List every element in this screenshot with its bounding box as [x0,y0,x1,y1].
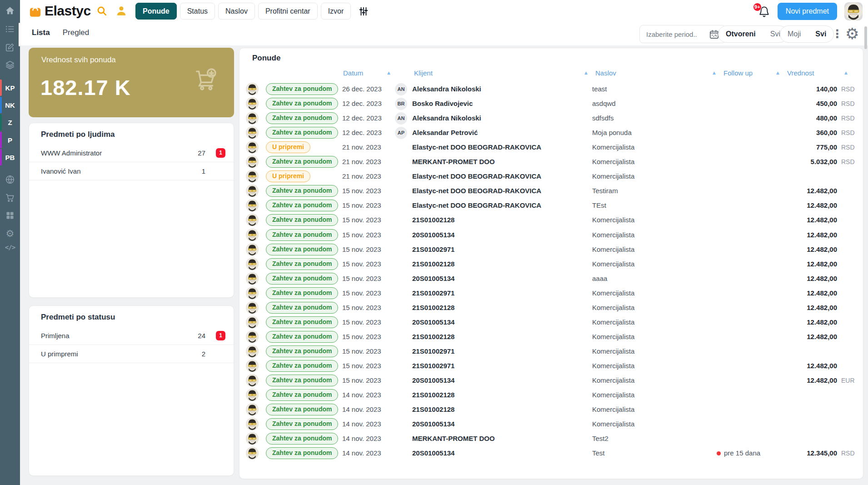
table-row[interactable]: Zahtev za ponudom15 nov. 202321S01002971… [239,359,863,373]
table-row[interactable]: Zahtev za ponudom14 nov. 202320S01005134… [239,417,863,431]
table-row[interactable]: Zahtev za ponudom15 nov. 2023Elastyc-net… [239,184,863,198]
nav-button-naslov[interactable]: Naslov [218,3,255,20]
shortcut-color-bar [0,80,2,96]
shortcut-label: NK [5,101,15,109]
cell-client: 21S01002128 [412,402,454,417]
panel-row-name: U primpremi [41,350,78,358]
cell-client: Aleksandra Nikoloski [412,82,481,96]
column-header-vrednost[interactable]: Vrednost [787,69,814,77]
nav-button-profitni-centar[interactable]: Profitni centar [258,3,318,20]
sidebar-shortcut-kp[interactable]: KP [0,80,20,96]
table-row[interactable]: Zahtev za ponudom15 nov. 202320S01005134… [239,228,863,242]
segment-option-svi[interactable]: Svi [808,26,833,42]
tab-lista[interactable]: Lista [32,28,50,37]
table-row[interactable]: Zahtev za ponudom15 nov. 202321S01002128… [239,213,863,227]
sidebar-shortcut-pb[interactable]: PB [0,149,20,165]
sidebar-item-gears-icon[interactable]: ⚙ [0,226,20,241]
table-row[interactable]: Zahtev za ponudom15 nov. 202320S01005134… [239,271,863,286]
period-picker-input[interactable] [639,25,726,43]
cell-client: 21S01002971 [412,344,454,359]
nav-button-ponude[interactable]: Ponude [135,3,177,20]
segment-open-all: OtvoreniSvi [718,25,788,43]
user-avatar[interactable] [844,2,863,20]
table-row[interactable]: Zahtev za ponudom14 nov. 2023MERKANT-PRO… [239,431,863,446]
table-row[interactable]: Zahtev za ponudom15 nov. 202321S01002971… [239,344,863,359]
cell-date: 14 nov. 2023 [342,446,381,460]
sidebar-shortcut-nk[interactable]: NK [0,97,20,113]
content: Vrednost svih ponuda 182.17 K Predmeti p… [20,45,868,485]
notifications-bell-icon[interactable]: 9+ [758,5,770,18]
column-header-klijent[interactable]: Klijent [414,69,433,77]
sidebar-item-list-icon[interactable] [0,21,20,37]
panel-row[interactable]: WWW Administrator271 [29,144,234,162]
table-row[interactable]: Zahtev za ponudom12 dec. 2023ANAleksandr… [239,111,863,125]
user-icon[interactable] [115,5,127,17]
table-row[interactable]: Zahtev za ponudom15 nov. 202321S01002971… [239,286,863,300]
table-row[interactable]: Zahtev za ponudom15 nov. 202320S01005134… [239,315,863,330]
status-pill: Zahtev za ponudom [266,200,338,211]
shortcut-color-bar [0,97,2,113]
sidebar-item-code-icon[interactable]: </> [0,240,20,255]
cell-title: Komercijalista [592,373,634,388]
sort-arrow-icon[interactable]: ▲ [844,70,848,75]
cell-title: Moja ponuda [592,125,632,140]
nav-button-status[interactable]: Status [180,3,215,20]
status-pill: Zahtev za ponudom [266,229,338,241]
sort-arrow-icon[interactable]: ▲ [776,70,779,75]
table-row[interactable]: Zahtev za ponudom15 nov. 202321S01002971… [239,242,863,257]
status-pill: Zahtev za ponudom [266,433,338,445]
sidebar-item-grid-icon[interactable] [0,208,20,223]
table-row[interactable]: Zahtev za ponudom15 nov. 202321S01002128… [239,330,863,344]
table-row[interactable]: Zahtev za ponudom15 nov. 202321S01002128… [239,300,863,315]
more-menu-icon[interactable]: ⋮ [832,26,843,42]
column-header-datum[interactable]: Datum [343,69,363,77]
sort-arrow-icon[interactable]: ▲ [387,70,390,75]
status-pill: Zahtev za ponudom [266,258,338,270]
column-header-follow-up[interactable]: Follow up [723,69,753,77]
table-row[interactable]: Zahtev za ponudom12 dec. 2023APAleksanda… [239,125,863,140]
sidebar-shortcut-z[interactable]: Z [0,114,20,130]
table-row[interactable]: U pripremi21 nov. 2023Elastyc-net DOO BE… [239,140,863,155]
scrollbar-thumb[interactable] [864,26,867,49]
sidebar-item-layers-icon[interactable] [0,57,20,73]
cell-date: 15 nov. 2023 [342,330,381,344]
table-row[interactable]: Zahtev za ponudom15 nov. 2023Elastyc-net… [239,198,863,213]
settings-gear-icon[interactable]: ⚙ [845,24,859,43]
segment-option-otvoreni[interactable]: Otvoreni [718,26,763,42]
sidebar-item-home-icon[interactable] [0,3,20,18]
table-row[interactable]: U pripremi21 nov. 2023Elastyc-net DOO BE… [239,169,863,184]
table-row[interactable]: Zahtev za ponudom12 dec. 2023BRBosko Rad… [239,96,863,111]
segment-option-moji[interactable]: Moji [780,26,808,42]
panel-row[interactable]: U primpremi2 [29,345,234,363]
sort-arrow-icon[interactable]: ▲ [584,70,588,75]
sidebar-item-cart-icon[interactable] [0,190,20,205]
panel-row[interactable]: Ivanović Ivan1 [29,162,234,180]
brand-logo[interactable]: Elastyc [28,3,91,19]
client-initials-badge: AN [395,112,407,125]
sidebar-item-globe-icon[interactable] [0,172,20,187]
table-row[interactable]: Zahtev za ponudom14 nov. 202321S01002128… [239,402,863,417]
table-row[interactable]: Zahtev za ponudom14 nov. 202320S01005134… [239,446,863,460]
panel-row[interactable]: Primljena241 [29,327,234,345]
table-row[interactable]: Zahtev za ponudom26 dec. 2023ANAleksandr… [239,82,863,96]
cell-title: Test [592,446,605,460]
column-header-naslov[interactable]: Naslov [595,69,616,77]
row-avatar [246,185,259,197]
sidebar-item-compose-icon[interactable] [0,40,20,55]
table-row[interactable]: Zahtev za ponudom21 nov. 2023MERKANT-PRO… [239,155,863,169]
client-initials-badge: BR [395,98,407,110]
cell-value: 12.482,00 [748,330,837,344]
table-row[interactable]: Zahtev za ponudom15 nov. 202321S01002128… [239,257,863,271]
table-row[interactable]: Zahtev za ponudom14 nov. 202321S01002128… [239,388,863,402]
table-row[interactable]: Zahtev za ponudom15 nov. 202320S01005134… [239,373,863,388]
cell-value: 360,00 [748,125,837,140]
tab-pregled[interactable]: Pregled [63,28,90,37]
new-item-button[interactable]: Novi predmet [778,3,837,20]
search-icon[interactable] [96,5,108,17]
notification-badge: 9+ [753,3,762,11]
column-filter-sliders-icon[interactable] [359,6,369,16]
row-avatar [246,272,259,285]
nav-button-izvor[interactable]: Izvor [321,3,351,20]
sidebar-shortcut-p[interactable]: P [0,132,20,148]
sort-arrow-icon[interactable]: ▲ [713,70,716,75]
